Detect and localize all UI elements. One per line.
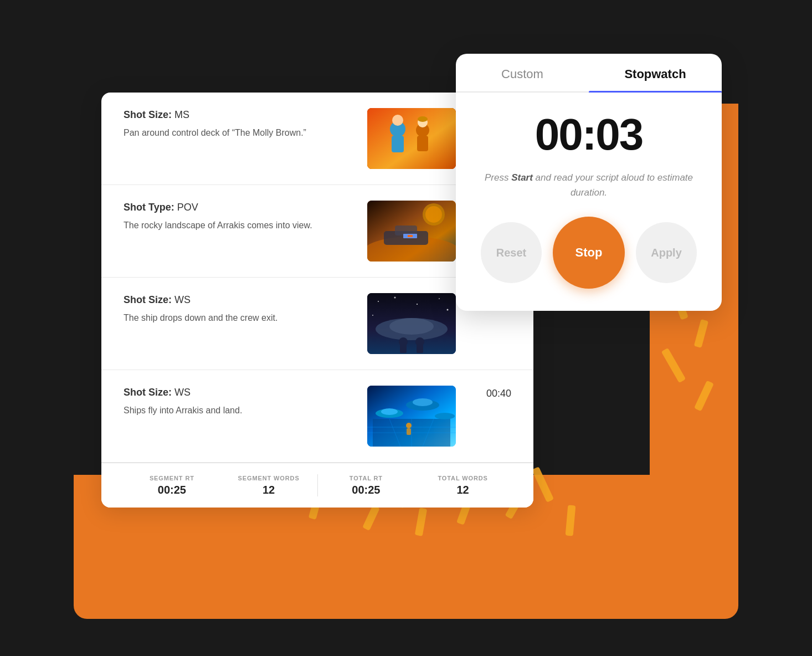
shot-label-4: Shot Size: WS [124, 386, 351, 399]
apply-button[interactable]: Apply [636, 222, 697, 283]
svg-point-36 [435, 413, 455, 419]
shot-label-prefix-2: Shot Type: [124, 202, 174, 213]
stat-segment-words: SEGMENT WORDS 12 [220, 475, 317, 496]
shot-info-4: Shot Size: WS Ships fly into Arrakis and… [124, 386, 351, 417]
stat-segment-rt-label: SEGMENT RT [124, 475, 220, 481]
timer-instruction-action: Start [511, 172, 533, 183]
shot-thumb-3 [367, 293, 456, 354]
svg-point-20 [417, 304, 418, 305]
timer-time: 00:03 [478, 112, 700, 157]
shot-desc-4: Ships fly into Arrakis and land. [124, 404, 351, 417]
shot-desc-3: The ship drops down and the crew exit. [124, 311, 351, 325]
tab-custom[interactable]: Custom [456, 54, 589, 91]
stopwatch-panel: Custom Stopwatch 00:03 Press Start and r… [456, 54, 722, 311]
stat-segment-words-value: 12 [220, 484, 317, 496]
shot-label-value-1: MS [172, 109, 189, 120]
svg-rect-27 [400, 343, 407, 353]
svg-point-4 [392, 115, 403, 126]
svg-rect-3 [392, 136, 404, 152]
tabs: Custom Stopwatch [456, 54, 722, 93]
thumb-fig-1 [367, 108, 456, 169]
shot-label-2: Shot Type: POV [124, 201, 351, 214]
svg-point-22 [447, 309, 449, 311]
timer-display: 00:03 [456, 93, 722, 162]
svg-rect-16 [408, 235, 413, 237]
shot-row-4: Shot Size: WS Ships fly into Arrakis and… [101, 370, 533, 463]
shot-label-value-4: WS [172, 387, 191, 398]
timer-instruction: Press Start and read your script aloud t… [456, 162, 722, 217]
stat-total-rt: TOTAL RT 00:25 [318, 475, 415, 496]
stat-total-rt-value: 00:25 [318, 484, 415, 496]
svg-rect-1 [367, 108, 456, 169]
svg-point-21 [439, 298, 440, 299]
shot-label-value-2: POV [174, 202, 198, 213]
tab-stopwatch[interactable]: Stopwatch [589, 54, 722, 91]
svg-rect-43 [407, 428, 411, 435]
stat-total-words-label: TOTAL WORDS [414, 475, 511, 481]
shot-thumb-4 [367, 386, 456, 447]
tab-stopwatch-label: Stopwatch [624, 67, 686, 81]
shot-label-1: Shot Size: MS [124, 108, 351, 122]
svg-point-23 [372, 315, 373, 316]
shot-info-1: Shot Size: MS Pan around control deck of… [124, 108, 351, 140]
timer-buttons: Reset Stop Apply [456, 217, 722, 289]
shot-thumb-2 [367, 201, 456, 262]
svg-point-8 [418, 116, 428, 122]
stat-total-rt-label: TOTAL RT [318, 475, 415, 481]
tab-custom-label: Custom [501, 67, 543, 81]
stat-segment-words-label: SEGMENT WORDS [220, 475, 317, 481]
reset-button[interactable]: Reset [481, 222, 542, 283]
shot-label-value-3: WS [172, 294, 191, 305]
shot-desc-2: The rocky landscape of Arrakis comes int… [124, 219, 351, 232]
shot-label-prefix-1: Shot Size: [124, 109, 172, 120]
shot-label-prefix-3: Shot Size: [124, 294, 172, 305]
shot-label-3: Shot Size: WS [124, 293, 351, 307]
svg-rect-6 [417, 136, 428, 151]
shot-thumb-1 [367, 108, 456, 169]
stat-total-words: TOTAL WORDS 12 [414, 475, 511, 496]
stat-segment-rt: SEGMENT RT 00:25 [124, 475, 220, 496]
shot-duration-4: 00:40 [472, 386, 511, 399]
stat-segment-rt-value: 00:25 [124, 484, 220, 496]
svg-point-12 [425, 206, 442, 223]
svg-point-42 [406, 423, 412, 428]
svg-point-33 [381, 408, 398, 415]
shot-desc-1: Pan around control deck of “The Molly Br… [124, 126, 351, 140]
stat-total-words-value: 12 [414, 484, 511, 496]
svg-point-35 [413, 398, 433, 406]
shot-info-2: Shot Type: POV The rocky landscape of Ar… [124, 201, 351, 232]
svg-point-25 [389, 318, 434, 335]
shot-label-prefix-4: Shot Size: [124, 387, 172, 398]
stop-button[interactable]: Stop [553, 217, 625, 289]
stats-bar: SEGMENT RT 00:25 SEGMENT WORDS 12 TOTAL … [101, 463, 533, 508]
svg-point-18 [378, 301, 379, 302]
shot-info-3: Shot Size: WS The ship drops down and th… [124, 293, 351, 325]
svg-rect-29 [417, 343, 423, 353]
svg-point-19 [394, 297, 396, 299]
